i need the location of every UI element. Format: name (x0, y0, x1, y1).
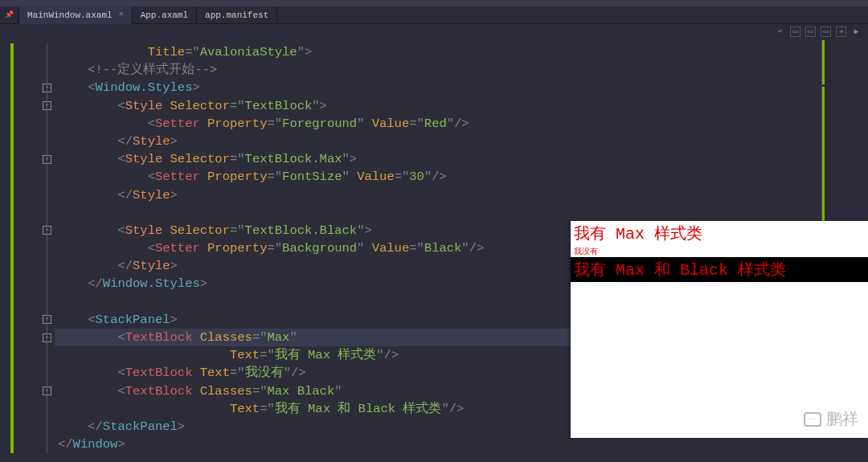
tab-mainwindow[interactable]: MainWindow.axaml × (19, 6, 133, 24)
layout-icon-1[interactable]: ▭ (790, 27, 800, 37)
watermark-label: 鹏祥 (826, 408, 858, 430)
gutter-row (14, 346, 55, 364)
tab-label: App.axaml (141, 10, 188, 20)
gutter-row (14, 364, 55, 382)
run-icon[interactable]: ▶ (851, 27, 862, 37)
undo-icon[interactable]: ↶ (775, 27, 785, 37)
gutter-row (14, 61, 55, 79)
gutter-row (14, 293, 55, 311)
minimap-change-1 (822, 40, 825, 84)
code-line[interactable]: </Style> (55, 186, 821, 204)
code-line[interactable]: </Style> (55, 133, 821, 150)
xaml-preview: 我有 Max 样式类 我没有 我有 Max 和 Black 样式类 鹏祥 (571, 221, 868, 438)
gutter-row: - (14, 97, 55, 115)
tab-appaxaml[interactable]: App.axaml (133, 6, 197, 24)
pin-icon: 📌 (5, 10, 14, 19)
gutter-row: - (14, 222, 55, 239)
gutter-row: - (14, 382, 55, 400)
preview-textblock-max: 我有 Max 样式类 (571, 221, 868, 246)
code-line[interactable]: <Window.Styles> (55, 79, 821, 96)
gutter-row (14, 115, 55, 133)
gutter-row (14, 400, 55, 418)
gutter-row: - (14, 79, 55, 96)
plus-icon[interactable]: ＋ (836, 27, 846, 37)
left-margin (0, 39, 10, 462)
tab-label: app.manifest (205, 10, 268, 20)
tab-label: MainWindow.axaml (27, 10, 113, 20)
code-line[interactable]: <!--定义样式开始--> (55, 61, 821, 79)
change-marker (10, 43, 14, 453)
wechat-icon (804, 412, 821, 427)
gutter-row (14, 239, 55, 257)
code-line[interactable]: <Style Selector="TextBlock.Max"> (55, 150, 821, 168)
editor-toolbar: ↶ ▭ ▭ ▭ ＋ ▶ (0, 24, 868, 39)
code-line[interactable]: </Window> (55, 435, 821, 453)
gutter-row (14, 257, 55, 275)
gutter-row (14, 133, 55, 150)
code-line[interactable]: Title="AvaloniaStyle"> (55, 43, 821, 61)
pinned-tab-slot[interactable]: 📌 (0, 6, 19, 24)
gutter-row (14, 418, 55, 435)
gutter-row (14, 275, 55, 292)
gutter-row: - (14, 329, 55, 346)
code-line[interactable]: <Setter Property="FontSize" Value="30"/> (55, 168, 821, 186)
gutter-row (14, 204, 55, 222)
gutter-row (14, 168, 55, 186)
layout-icon-3[interactable]: ▭ (821, 27, 831, 37)
code-line[interactable]: <Style Selector="TextBlock"> (55, 97, 821, 115)
gutter-row: - (14, 150, 55, 168)
layout-icon-2[interactable]: ▭ (805, 27, 816, 37)
gutter-row (14, 43, 55, 61)
preview-textblock-maxblack: 我有 Max 和 Black 样式类 (571, 257, 868, 282)
gutter-row: - (14, 311, 55, 329)
preview-textblock-plain: 我没有 (571, 246, 868, 257)
tab-manifest[interactable]: app.manifest (197, 6, 277, 24)
code-line[interactable]: <Setter Property="Foreground" Value="Red… (55, 115, 821, 133)
code-line[interactable] (55, 204, 821, 222)
gutter-row (14, 435, 55, 453)
close-icon[interactable]: × (119, 10, 124, 19)
tab-bar: 📌 MainWindow.axaml × App.axaml app.manif… (0, 6, 868, 24)
watermark: 鹏祥 (804, 408, 858, 430)
gutter: ------- (14, 39, 55, 462)
gutter-row (14, 186, 55, 204)
